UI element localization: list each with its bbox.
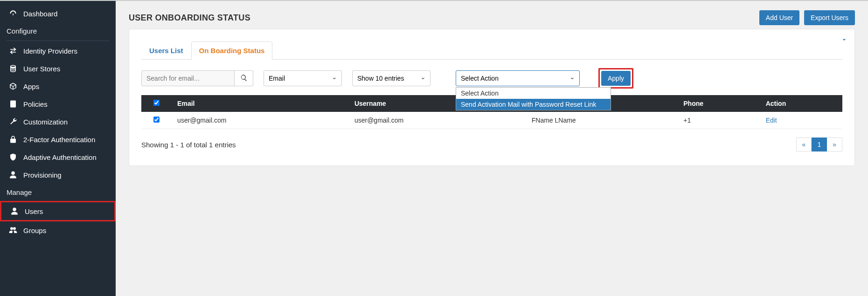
database-icon [7,64,20,73]
pagination-page-1[interactable]: 1 [812,138,827,151]
sidebar: Dashboard Configure Identity Providers U… [0,1,116,296]
apply-highlight: Apply [598,68,633,89]
th-checkbox [141,95,172,112]
action-option-send-activation[interactable]: Send Activation Mail with Password Reset… [456,99,611,110]
th-email: Email [172,95,349,112]
sidebar-item-label: Groups [23,227,46,234]
add-user-button[interactable]: Add User [759,10,799,25]
user-icon [8,207,21,215]
action-select-wrap: Select Action Select Action Send Activat… [456,70,580,86]
search-button[interactable] [235,70,253,86]
user-icon [7,171,20,179]
sidebar-item-label: Identity Providers [23,47,77,55]
sidebar-item-label: Policies [23,100,48,108]
row-checkbox[interactable] [153,117,160,123]
main-content: USER ONBOARDING STATUS Add User Export U… [116,1,868,296]
search-group [141,70,253,86]
action-select[interactable]: Select Action [456,70,580,86]
table-row: user@gmail.com user@gmail.com FName LNam… [141,112,842,129]
cell-phone: +1 [678,112,760,129]
header-row: USER ONBOARDING STATUS Add User Export U… [129,10,855,25]
cell-username: user@gmail.com [349,112,526,129]
sidebar-item-identity-providers[interactable]: Identity Providers [0,42,116,60]
sidebar-item-customization[interactable]: Customization [0,113,116,131]
cell-name: FName LName [526,112,678,129]
sidebar-item-dashboard[interactable]: Dashboard [0,5,116,22]
tab-users-list[interactable]: Users List [141,41,191,59]
sidebar-item-label: Apps [23,83,39,90]
pagination: « 1 » [796,138,842,151]
sidebar-item-label: Provisioning [23,171,62,179]
header-actions: Add User Export Users [759,10,855,25]
sidebar-item-users[interactable]: Users [0,201,116,221]
tabs: Users List On Boarding Status [141,41,842,60]
dashboard-icon [7,9,20,18]
swap-icon [7,47,20,55]
shield-icon [7,153,20,161]
table-footer: Showing 1 - 1 of total 1 entries « 1 » [141,138,842,151]
panel: Users List On Boarding Status Email Show… [129,29,855,166]
sidebar-item-2fa[interactable]: 2-Factor Authentication [0,131,116,148]
entries-info: Showing 1 - 1 of total 1 entries [141,141,236,149]
action-dropdown: Select Action Send Activation Mail with … [456,87,611,110]
sidebar-item-groups[interactable]: Groups [0,221,116,239]
sidebar-item-label: Dashboard [23,10,57,18]
apply-button[interactable]: Apply [601,71,631,86]
cube-icon [7,82,20,90]
sidebar-item-adaptive-auth[interactable]: Adaptive Authentication [0,148,116,166]
sidebar-item-label: Adaptive Authentication [23,153,97,161]
sidebar-item-label: User Stores [23,65,60,73]
sidebar-item-provisioning[interactable]: Provisioning [0,166,116,184]
export-users-button[interactable]: Export Users [804,10,855,25]
sidebar-item-label: Users [25,207,43,215]
sidebar-item-label: 2-Factor Authentication [23,136,95,144]
collapse-toggle[interactable] [840,36,848,45]
controls-row: Email Show 10 entries Select Action Sele… [141,68,842,89]
sidebar-item-user-stores[interactable]: User Stores [0,60,116,77]
th-action: Action [760,95,842,112]
select-all-checkbox[interactable] [153,100,160,106]
search-input[interactable] [141,70,235,86]
sidebar-divider [7,41,109,41]
sidebar-item-apps[interactable]: Apps [0,77,116,95]
pagination-next[interactable]: » [827,138,842,151]
wrench-icon [7,117,20,126]
search-by-select-wrap: Email [264,70,342,86]
sidebar-section-configure: Configure [0,22,116,40]
search-by-select[interactable]: Email [264,70,342,86]
search-icon [240,74,248,83]
edit-link[interactable]: Edit [766,117,777,124]
sidebar-item-policies[interactable]: Policies [0,95,116,113]
sidebar-item-label: Customization [23,118,68,126]
lock-icon [7,135,20,144]
cell-email: user@gmail.com [172,112,349,129]
page-title: USER ONBOARDING STATUS [129,13,250,23]
th-phone: Phone [678,95,760,112]
clipboard-icon [7,100,20,108]
action-option-default[interactable]: Select Action [456,88,611,99]
users-icon [7,226,20,234]
entries-select[interactable]: Show 10 entries [352,70,431,86]
entries-select-wrap: Show 10 entries [352,70,431,86]
pagination-prev[interactable]: « [796,138,812,151]
tab-onboarding-status[interactable]: On Boarding Status [191,41,273,60]
sidebar-section-manage: Manage [0,184,116,201]
